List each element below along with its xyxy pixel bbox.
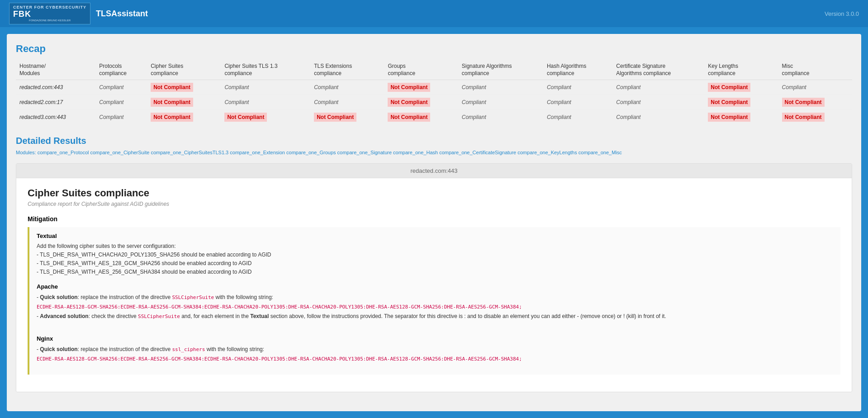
table-cell: Compliant <box>95 95 147 110</box>
col-cipher-tls13: Cipher Suites TLS 1.3compliance <box>221 60 310 80</box>
server-box: redacted.com:443 Cipher Suites complianc… <box>16 163 852 392</box>
apache-advanced-line: - Advanced solution: check the directive… <box>37 312 833 321</box>
table-row: redacted3.com:443CompliantNot CompliantN… <box>16 110 852 125</box>
table-cell: Compliant <box>458 110 543 125</box>
table-cell: Not Compliant <box>384 95 458 110</box>
table-cell: Compliant <box>778 80 852 95</box>
detailed-results-title: Detailed Results <box>16 136 852 146</box>
version-label: Version 3.0.0 <box>825 10 859 17</box>
table-cell: Compliant <box>221 80 310 95</box>
table-cell: Compliant <box>458 95 543 110</box>
nginx-section: Nginx - Quick solution: replace the inst… <box>37 335 833 362</box>
header-left: CENTER FOR CYBERSECURITY FBK FONDAZIONE … <box>9 3 148 24</box>
col-cipher-suites: Cipher Suitescompliance <box>147 60 221 80</box>
table-row: redacted2.com:17CompliantNot CompliantCo… <box>16 95 852 110</box>
table-cell: redacted3.com:443 <box>16 110 95 125</box>
nginx-cipher-string: ECDHE-RSA-AES128-GCM-SHA256:ECDHE-RSA-AE… <box>37 356 833 362</box>
textual-item: - TLS_DHE_RSA_WITH_CHACHA20_POLY1305_SHA… <box>37 251 833 259</box>
table-cell: Not Compliant <box>384 110 458 125</box>
table-cell: Not Compliant <box>310 110 384 125</box>
apache-title: Apache <box>37 283 833 290</box>
logo-box: CENTER FOR CYBERSECURITY FBK FONDAZIONE … <box>9 3 90 24</box>
server-content: Cipher Suites compliance Compliance repo… <box>16 178 852 392</box>
cipher-compliance-title: Cipher Suites compliance <box>28 187 840 199</box>
table-cell: redacted.com:443 <box>16 80 95 95</box>
table-cell: Compliant <box>458 80 543 95</box>
col-hostname: Hostname/Modules <box>16 60 95 80</box>
textual-item: - TLS_DHE_RSA_WITH_AES_256_GCM_SHA384 sh… <box>37 268 833 276</box>
textual-title: Textual <box>37 233 833 239</box>
mitigation-title: Mitigation <box>28 215 840 223</box>
table-header-row: Hostname/Modules Protocolscompliance Cip… <box>16 60 852 80</box>
app-title: TLSAssistant <box>96 9 148 19</box>
table-cell: Compliant <box>543 110 612 125</box>
table-cell: Not Compliant <box>147 80 221 95</box>
table-cell: Compliant <box>310 95 384 110</box>
table-cell: Compliant <box>95 80 147 95</box>
table-cell: Not Compliant <box>704 95 778 110</box>
table-cell: Compliant <box>612 95 704 110</box>
server-header: redacted.com:443 <box>16 164 852 178</box>
table-cell: Not Compliant <box>778 95 852 110</box>
nginx-title: Nginx <box>37 335 833 342</box>
recap-table: Hostname/Modules Protocolscompliance Cip… <box>16 60 852 124</box>
apache-section: Apache - Quick solution: replace the ins… <box>37 283 833 321</box>
table-cell: Not Compliant <box>221 110 310 125</box>
table-cell: Not Compliant <box>704 80 778 95</box>
table-cell: Compliant <box>310 80 384 95</box>
apache-quick-line: - Quick solution: replace the instructio… <box>37 293 833 302</box>
table-cell: Compliant <box>612 110 704 125</box>
col-hash-alg: Hash Algorithmscompliance <box>543 60 612 80</box>
table-cell: Not Compliant <box>704 110 778 125</box>
col-cert-sig: Certificate SignatureAlgorithms complian… <box>612 60 704 80</box>
textual-content: Add the following cipher suites to the s… <box>37 242 833 277</box>
header: CENTER FOR CYBERSECURITY FBK FONDAZIONE … <box>0 0 868 27</box>
nginx-quick-line: - Quick solution: replace the instructio… <box>37 345 833 354</box>
recap-title: Recap <box>16 43 852 55</box>
table-cell: Compliant <box>95 110 147 125</box>
cipher-compliance-subtitle: Compliance report for CipherSuite agains… <box>28 201 840 207</box>
table-cell: Not Compliant <box>147 110 221 125</box>
textual-item: - TLS_DHE_RSA_WITH_AES_128_GCM_SHA256 sh… <box>37 259 833 268</box>
logo-text: CENTER FOR CYBERSECURITY FBK <box>13 5 86 19</box>
table-cell: Not Compliant <box>778 110 852 125</box>
table-cell: Not Compliant <box>147 95 221 110</box>
table-cell: Compliant <box>543 95 612 110</box>
modules-line: Modules: compare_one_Protocol compare_on… <box>16 149 852 157</box>
col-key-lengths: Key Lengthscompliance <box>704 60 778 80</box>
apache-cipher-string: ECDHE-RSA-AES128-GCM-SHA256:ECDHE-RSA-AE… <box>37 304 833 310</box>
mitigation-box: Textual Add the following cipher suites … <box>28 227 840 375</box>
table-row: redacted.com:443CompliantNot CompliantCo… <box>16 80 852 95</box>
table-cell: Not Compliant <box>384 80 458 95</box>
col-groups: Groupscompliance <box>384 60 458 80</box>
col-protocols: Protocolscompliance <box>95 60 147 80</box>
table-cell: Compliant <box>612 80 704 95</box>
logo-subtext: FONDAZIONE BRUNO KESSLER <box>29 19 71 22</box>
table-cell: Compliant <box>543 80 612 95</box>
col-tls-ext: TLS Extensionscompliance <box>310 60 384 80</box>
main-content: Recap Hostname/Modules Protocolscomplian… <box>7 34 861 411</box>
table-cell: redacted2.com:17 <box>16 95 95 110</box>
col-misc: Misccompliance <box>778 60 852 80</box>
table-cell: Compliant <box>221 95 310 110</box>
col-sig-alg: Signature Algorithmscompliance <box>458 60 543 80</box>
